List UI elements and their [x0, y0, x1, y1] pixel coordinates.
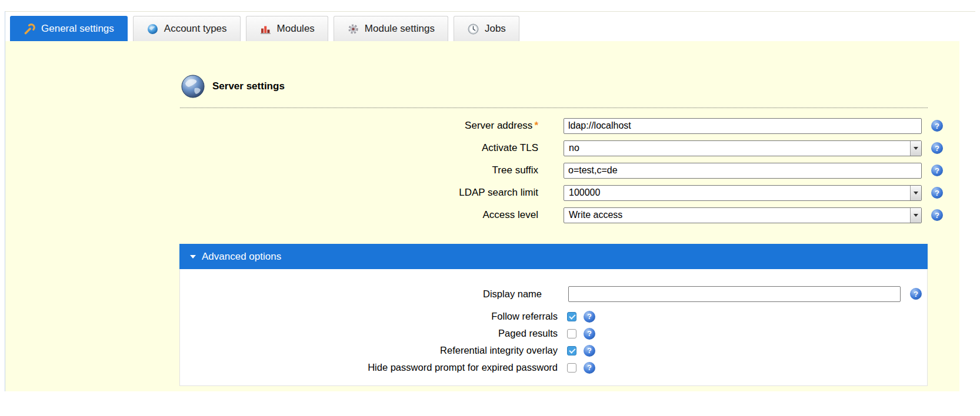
referential-integrity-row: Referential integrity overlay [180, 342, 927, 359]
server-settings-form: Server address* Activate TLS no T [5, 115, 959, 226]
follow-referrals-help-icon[interactable] [584, 311, 595, 323]
paged-results-checkbox[interactable] [567, 329, 576, 338]
advanced-options-toggle[interactable]: Advanced options [179, 244, 928, 269]
access-level-help-icon[interactable] [931, 209, 943, 221]
ldap-search-limit-label: LDAP search limit [5, 187, 538, 199]
display-name-row: Display name [180, 283, 927, 304]
hide-password-prompt-label: Hide password prompt for expired passwor… [180, 362, 558, 373]
display-name-help-icon[interactable] [910, 288, 922, 300]
paged-results-row: Paged results [180, 325, 927, 342]
tab-label: Modules [277, 23, 315, 35]
tab-bar: General settings Account types [10, 16, 519, 41]
dropdown-arrow-icon [910, 186, 921, 200]
tab-general-settings[interactable]: General settings [10, 16, 128, 41]
server-address-input[interactable] [564, 118, 922, 134]
server-address-row: Server address* [5, 115, 959, 137]
account-types-icon [146, 23, 159, 35]
tree-suffix-input[interactable] [564, 163, 922, 179]
activate-tls-select[interactable]: no [564, 140, 922, 156]
referential-integrity-checkbox[interactable] [567, 346, 576, 355]
ldap-search-limit-row: LDAP search limit 100000 [5, 182, 959, 204]
server-address-label-text: Server address [465, 120, 532, 131]
ldap-search-limit-select[interactable]: 100000 [564, 185, 922, 201]
activate-tls-row: Activate TLS no [5, 137, 959, 159]
select-value: 100000 [569, 187, 910, 198]
select-value: Write access [569, 210, 910, 220]
access-level-select[interactable]: Write access [564, 207, 922, 223]
follow-referrals-checkbox[interactable] [567, 312, 576, 321]
server-address-label: Server address* [5, 120, 538, 132]
dropdown-arrow-icon [910, 141, 921, 156]
tab-label: General settings [41, 23, 114, 35]
hide-password-prompt-checkbox[interactable] [567, 363, 576, 373]
required-asterisk-icon: * [534, 120, 538, 131]
hide-password-prompt-help-icon[interactable] [584, 362, 595, 374]
tree-suffix-help-icon[interactable] [931, 165, 943, 176]
advanced-options-section: Advanced options Display name Follow ref… [179, 244, 928, 386]
server-address-help-icon[interactable] [931, 120, 943, 132]
referential-integrity-help-icon[interactable] [584, 345, 595, 357]
paged-results-help-icon[interactable] [584, 328, 595, 340]
activate-tls-help-icon[interactable] [931, 142, 943, 154]
dropdown-arrow-icon [910, 208, 921, 223]
clock-icon [467, 23, 479, 35]
modules-icon [259, 23, 272, 35]
wrench-icon [24, 23, 36, 35]
select-value: no [569, 143, 910, 153]
tab-label: Module settings [365, 23, 435, 35]
display-name-label: Display name [180, 288, 542, 300]
tree-suffix-row: Tree suffix [5, 159, 959, 182]
section-title: Server settings [212, 80, 285, 92]
general-settings-content: Server settings Server address* Activate… [5, 41, 959, 391]
gear-icon [347, 23, 359, 35]
hide-password-prompt-row: Hide password prompt for expired passwor… [180, 359, 927, 376]
tab-label: Jobs [485, 23, 506, 35]
page-top-border [5, 11, 975, 12]
advanced-options-panel: Display name Follow referrals Paged resu… [179, 269, 928, 386]
globe-icon [181, 74, 205, 99]
follow-referrals-row: Follow referrals [180, 308, 927, 325]
tab-modules[interactable]: Modules [246, 16, 328, 41]
collapse-triangle-icon [190, 255, 196, 259]
paged-results-label: Paged results [180, 328, 558, 339]
tree-suffix-label: Tree suffix [5, 165, 538, 176]
advanced-options-title: Advanced options [202, 251, 281, 263]
follow-referrals-label: Follow referrals [180, 311, 558, 322]
server-settings-header: Server settings [181, 74, 285, 99]
display-name-input[interactable] [568, 286, 901, 302]
access-level-row: Access level Write access [5, 204, 959, 226]
tab-jobs[interactable]: Jobs [454, 16, 519, 41]
tab-module-settings[interactable]: Module settings [334, 16, 448, 41]
activate-tls-label: Activate TLS [5, 142, 538, 154]
access-level-label: Access level [5, 209, 538, 221]
referential-integrity-label: Referential integrity overlay [180, 345, 558, 356]
section-divider [180, 108, 928, 108]
tab-label: Account types [164, 23, 227, 35]
ldap-search-limit-help-icon[interactable] [931, 187, 943, 199]
tab-account-types[interactable]: Account types [133, 16, 241, 41]
